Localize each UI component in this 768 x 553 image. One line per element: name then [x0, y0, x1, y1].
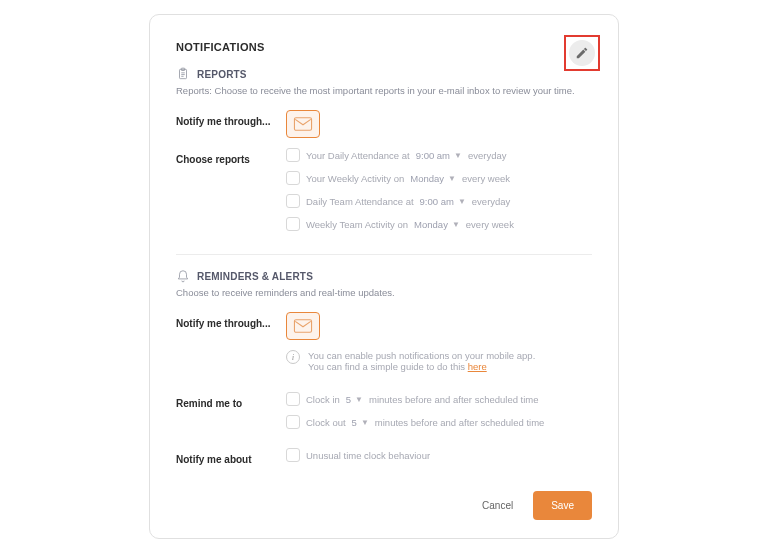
notify-through-label: Notify me through... — [176, 110, 286, 138]
choose-reports-label: Choose reports — [176, 148, 286, 240]
chevron-down-icon: ▼ — [454, 151, 462, 160]
option-suffix: minutes before and after scheduled time — [375, 417, 545, 428]
chevron-down-icon: ▼ — [452, 220, 460, 229]
option-suffix: every week — [462, 173, 510, 184]
remind-clock-out: Clock out 5 ▼ minutes before and after s… — [286, 415, 592, 429]
notify-about-label: Notify me about — [176, 448, 286, 471]
reminders-heading-row: REMINDERS & ALERTS — [176, 269, 592, 283]
reports-desc: Reports: Choose to receive the most impo… — [176, 85, 592, 96]
email-channel-button[interactable] — [286, 110, 320, 138]
report-option-weekly-activity: Your Weekly Activity on Monday ▼ every w… — [286, 171, 592, 185]
svg-rect-6 — [294, 320, 311, 332]
edit-highlight — [564, 35, 600, 71]
notifications-panel: NOTIFICATIONS REPORTS Reports: Choose to… — [149, 14, 619, 539]
cancel-button[interactable]: Cancel — [472, 491, 523, 520]
option-suffix: everyday — [468, 150, 507, 161]
option-suffix: every week — [466, 219, 514, 230]
guide-link[interactable]: here — [468, 361, 487, 372]
save-button[interactable]: Save — [533, 491, 592, 520]
info-icon: i — [286, 350, 300, 364]
reminders-desc: Choose to receive reminders and real-tim… — [176, 287, 592, 298]
divider — [176, 254, 592, 255]
chevron-down-icon: ▼ — [448, 174, 456, 183]
remind-clock-in: Clock in 5 ▼ minutes before and after sc… — [286, 392, 592, 406]
reports-heading-row: REPORTS — [176, 67, 592, 81]
time-select[interactable]: 9:00 am ▼ — [420, 196, 466, 207]
email-channel-button[interactable] — [286, 312, 320, 340]
chevron-down-icon: ▼ — [458, 197, 466, 206]
day-select[interactable]: Monday ▼ — [414, 219, 460, 230]
checkbox[interactable] — [286, 194, 300, 208]
checkbox[interactable] — [286, 448, 300, 462]
info-text-line1: You can enable push notifications on you… — [308, 350, 535, 361]
actions-row: Cancel Save — [176, 491, 592, 520]
option-text: Unusual time clock behaviour — [306, 450, 430, 461]
bell-icon — [176, 269, 190, 283]
checkbox[interactable] — [286, 217, 300, 231]
minutes-select[interactable]: 5 ▼ — [346, 394, 363, 405]
reminders-heading: REMINDERS & ALERTS — [197, 271, 313, 282]
option-text: Your Daily Attendance at — [306, 150, 410, 161]
option-suffix: everyday — [472, 196, 511, 207]
chevron-down-icon: ▼ — [355, 395, 363, 404]
remind-me-label: Remind me to — [176, 392, 286, 438]
option-text: Clock in — [306, 394, 340, 405]
option-text: Weekly Team Activity on — [306, 219, 408, 230]
option-text: Clock out — [306, 417, 346, 428]
edit-button[interactable] — [569, 40, 595, 66]
checkbox[interactable] — [286, 148, 300, 162]
svg-rect-5 — [294, 118, 311, 130]
panel-title: NOTIFICATIONS — [176, 41, 592, 53]
reports-heading: REPORTS — [197, 69, 247, 80]
option-suffix: minutes before and after scheduled time — [369, 394, 539, 405]
minutes-select[interactable]: 5 ▼ — [352, 417, 369, 428]
report-option-team-attendance: Daily Team Attendance at 9:00 am ▼ every… — [286, 194, 592, 208]
chevron-down-icon: ▼ — [361, 418, 369, 427]
notify-through-label: Notify me through... — [176, 312, 286, 382]
envelope-icon — [293, 117, 313, 131]
option-text: Daily Team Attendance at — [306, 196, 414, 207]
pencil-icon — [575, 46, 589, 60]
notify-unusual-behaviour: Unusual time clock behaviour — [286, 448, 592, 462]
checkbox[interactable] — [286, 392, 300, 406]
day-select[interactable]: Monday ▼ — [410, 173, 456, 184]
time-select[interactable]: 9:00 am ▼ — [416, 150, 462, 161]
checkbox[interactable] — [286, 415, 300, 429]
report-option-daily-attendance: Your Daily Attendance at 9:00 am ▼ every… — [286, 148, 592, 162]
info-text-line2: You can find a simple guide to do this h… — [308, 361, 535, 372]
report-option-team-activity: Weekly Team Activity on Monday ▼ every w… — [286, 217, 592, 231]
envelope-icon — [293, 319, 313, 333]
clipboard-icon — [176, 67, 190, 81]
checkbox[interactable] — [286, 171, 300, 185]
push-info: i You can enable push notifications on y… — [286, 350, 592, 372]
option-text: Your Weekly Activity on — [306, 173, 404, 184]
